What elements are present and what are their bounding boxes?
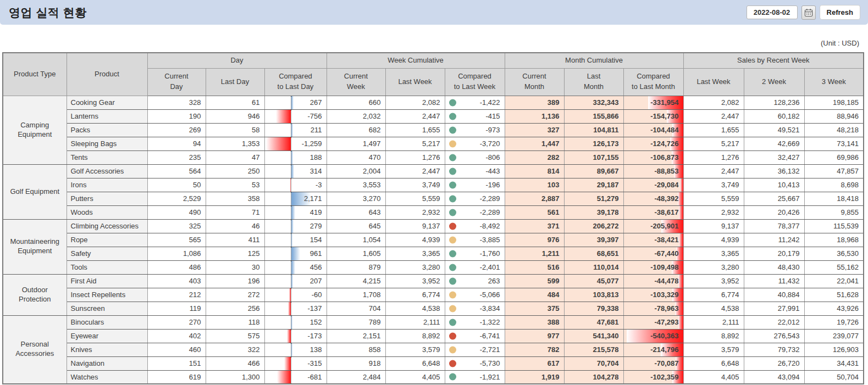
cell-recent-3-week: 73,141 bbox=[804, 137, 864, 150]
cell-current-day: 565 bbox=[147, 233, 206, 247]
kpi-dot-icon bbox=[449, 209, 456, 216]
cell-recent-2-week: 49,521 bbox=[744, 123, 804, 137]
column-header: Compared to Last Day bbox=[264, 68, 327, 96]
compare-axis-line bbox=[291, 357, 291, 370]
cell-compared-last-month: -109,498 bbox=[623, 260, 683, 274]
kpi-dot-icon bbox=[449, 168, 456, 175]
cell-compared-last-day: -3 bbox=[264, 178, 327, 192]
cell-current-week: 3,553 bbox=[327, 178, 385, 192]
compare-bar-positive bbox=[291, 316, 293, 329]
cell-last-week: 2,447 bbox=[385, 109, 445, 123]
cell-last-week: 3,280 bbox=[385, 260, 445, 274]
cell-recent-last-week: 3,579 bbox=[683, 343, 744, 356]
product-cell: Safety bbox=[67, 247, 147, 260]
cell-value: -1,760 bbox=[480, 249, 500, 258]
product-type-cell: Camping Equipment bbox=[3, 96, 67, 164]
cell-value: -102,359 bbox=[650, 373, 678, 381]
compare-bar-positive bbox=[291, 261, 296, 274]
table-row: Watches6191,300-6812,4844,405-1,9211,919… bbox=[3, 370, 864, 384]
cell-last-week: 4,538 bbox=[385, 302, 445, 315]
product-type-cell: Outdoor Protection bbox=[3, 274, 67, 315]
cell-last-month: 70,704 bbox=[564, 356, 623, 370]
cell-recent-last-week: 1,276 bbox=[683, 150, 744, 164]
cell-last-month: 107,155 bbox=[564, 150, 623, 164]
cell-last-week: 2,447 bbox=[385, 164, 445, 178]
cell-current-week: 858 bbox=[327, 343, 385, 356]
cell-value: -154,730 bbox=[650, 112, 678, 120]
sales-performance-table: Product Type Product Day Week Cumulative… bbox=[2, 52, 864, 384]
table-row: Navigation151466-3159186,648-5,73061770,… bbox=[3, 356, 864, 370]
cell-current-week: 1,605 bbox=[327, 247, 385, 260]
cell-last-month: 68,651 bbox=[564, 247, 623, 260]
cell-last-day: 47 bbox=[206, 150, 264, 164]
cell-compared-last-day: 211 bbox=[264, 123, 327, 137]
cell-compared-last-day: -681 bbox=[264, 370, 327, 384]
kpi-dot-icon bbox=[449, 332, 456, 339]
column-header: 2 Week bbox=[744, 68, 804, 96]
cell-value: -60 bbox=[312, 291, 322, 299]
cell-recent-last-week: 6,774 bbox=[683, 288, 744, 302]
cell-current-month: 977 bbox=[505, 329, 564, 343]
cell-current-month: 976 bbox=[505, 233, 564, 247]
table-row: Golf EquipmentGolf Accessories5642503142… bbox=[3, 164, 864, 178]
cell-value: -173 bbox=[307, 332, 322, 340]
cell-current-month: 371 bbox=[505, 219, 564, 233]
cell-last-day: 1,300 bbox=[206, 370, 264, 384]
cell-value: -973 bbox=[485, 126, 500, 134]
cell-last-day: 358 bbox=[206, 192, 264, 205]
table-row: Woods490714196432,932-2,28956139,178-38,… bbox=[3, 205, 864, 219]
calendar-button[interactable] bbox=[801, 5, 816, 20]
cell-last-day: 946 bbox=[206, 109, 264, 123]
cell-current-month: 1,211 bbox=[505, 247, 564, 260]
cell-value: 207 bbox=[310, 277, 322, 285]
cell-value: -2,721 bbox=[480, 345, 500, 354]
cell-compared-last-day: -173 bbox=[264, 329, 327, 343]
cell-current-month: 1,447 bbox=[505, 137, 564, 150]
cell-compared-last-week: -8,492 bbox=[445, 219, 505, 233]
compare-bar-negative bbox=[276, 110, 291, 123]
product-cell: Sleeping Bags bbox=[67, 137, 147, 150]
cell-recent-3-week: 19,726 bbox=[804, 315, 864, 329]
column-header: Last Week bbox=[385, 68, 445, 96]
product-cell: First Aid bbox=[67, 274, 147, 288]
cell-recent-3-week: 22,041 bbox=[804, 274, 864, 288]
table-row: Safety1,0861259611,6053,365-1,7601,21168… bbox=[3, 247, 864, 260]
compare-bar-positive bbox=[291, 220, 294, 233]
table-row: Tools486304568793,280-2,401516110,014-10… bbox=[3, 260, 864, 274]
product-cell: Cooking Gear bbox=[67, 96, 147, 109]
cell-compared-last-week: -415 bbox=[445, 109, 505, 123]
cell-recent-last-week: 4,405 bbox=[683, 370, 744, 384]
cell-last-week: 3,579 bbox=[385, 343, 445, 356]
cell-last-day: 1,353 bbox=[206, 137, 264, 150]
compare-axis-line bbox=[291, 302, 291, 315]
cell-recent-2-week: 11,432 bbox=[744, 274, 804, 288]
cell-recent-2-week: 78,377 bbox=[744, 219, 804, 233]
kpi-dot-icon bbox=[449, 99, 456, 106]
cell-last-day: 575 bbox=[206, 329, 264, 343]
cell-last-month: 206,272 bbox=[564, 219, 623, 233]
cell-value: -47,293 bbox=[654, 318, 678, 326]
cell-current-month: 599 bbox=[505, 274, 564, 288]
refresh-button[interactable]: Refresh bbox=[820, 5, 860, 20]
cell-compared-last-month: -88,853 bbox=[623, 164, 683, 178]
cell-value: -137 bbox=[307, 304, 322, 313]
cell-current-day: 403 bbox=[147, 274, 206, 288]
date-input[interactable] bbox=[747, 5, 798, 19]
cell-current-week: 704 bbox=[327, 302, 385, 315]
product-cell: Navigation bbox=[67, 356, 147, 370]
cell-current-day: 50 bbox=[147, 178, 206, 192]
cell-recent-3-week: 55,162 bbox=[804, 260, 864, 274]
column-group-week-cumulative: Week Cumulative bbox=[327, 53, 505, 68]
cell-recent-2-week: 36,132 bbox=[744, 164, 804, 178]
cell-compared-last-month: -38,617 bbox=[623, 205, 683, 219]
cell-current-week: 1,708 bbox=[327, 288, 385, 302]
cell-current-week: 682 bbox=[327, 123, 385, 137]
table-row: Personal AccessoriesBinoculars2701181527… bbox=[3, 315, 864, 329]
column-header: Last Month bbox=[564, 68, 623, 96]
header-group-row: Product Type Product Day Week Cumulative… bbox=[3, 53, 864, 68]
cell-last-day: 58 bbox=[206, 123, 264, 137]
cell-recent-3-week: 51,628 bbox=[804, 288, 864, 302]
product-cell: Tools bbox=[67, 260, 147, 274]
cell-recent-last-week: 2,082 bbox=[683, 96, 744, 109]
cell-current-month: 561 bbox=[505, 205, 564, 219]
